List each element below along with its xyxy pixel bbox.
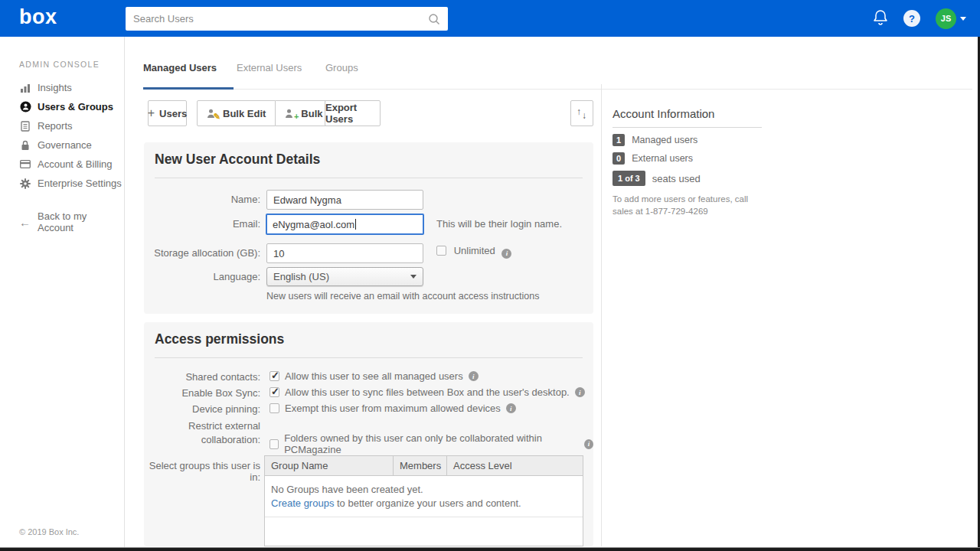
- plus-icon: +: [148, 106, 155, 120]
- bulk-edit-icon: ✎: [207, 109, 218, 119]
- credit-card-icon: [19, 160, 31, 168]
- column-members[interactable]: Members: [394, 456, 447, 475]
- sidebar-item-enterprise-settings[interactable]: Enterprise Settings: [0, 174, 124, 193]
- sidebar-item-governance[interactable]: Governance: [0, 135, 124, 155]
- info-icon[interactable]: i: [506, 403, 516, 413]
- email-field[interactable]: eNygma@aol.com: [266, 214, 424, 235]
- sidebar-item-label: Enterprise Settings: [38, 178, 122, 189]
- account-information-panel: Account Information 1 Managed users 0 Ex…: [612, 107, 762, 217]
- content-divider: [601, 84, 602, 546]
- back-link-label: Back to my Account: [38, 210, 124, 233]
- external-collab-checkbox[interactable]: [270, 439, 279, 449]
- name-field[interactable]: [266, 190, 423, 210]
- user-icon: [19, 101, 31, 112]
- divider: [155, 178, 583, 178]
- new-user-details-card: New User Account Details Name: Email: eN…: [144, 142, 593, 314]
- language-label: Language:: [145, 271, 260, 282]
- device-pinning-checkbox[interactable]: [270, 403, 279, 413]
- unlimited-option: Unlimited i: [436, 245, 511, 259]
- email-label: Email:: [145, 218, 260, 230]
- sidebar-item-label: Account & Billing: [38, 158, 113, 170]
- device-pinning-row: Exempt this user from maximum allowed de…: [270, 403, 516, 414]
- add-users-button[interactable]: + Users: [148, 100, 187, 126]
- box-sync-row: Allow this user to sync files between Bo…: [270, 386, 585, 398]
- access-permissions-card: Access permissions Shared contacts: Allo…: [144, 322, 593, 546]
- storage-label: Storage allocation (GB):: [145, 247, 260, 259]
- bulk-add-icon: +: [285, 109, 296, 119]
- box-logo: box: [19, 5, 57, 29]
- device-pinning-label: Device pinning:: [145, 403, 260, 415]
- email-hint: This will be their login name.: [436, 218, 562, 230]
- tab-groups[interactable]: Groups: [325, 62, 358, 73]
- email-instructions-note: New users will receive an email with acc…: [266, 291, 539, 302]
- chevron-down-icon: [410, 275, 416, 279]
- sidebar-item-label: Users & Groups: [38, 101, 113, 112]
- arrow-up-icon: ↑: [577, 106, 581, 117]
- sidebar-item-users-groups[interactable]: Users & Groups: [0, 97, 124, 116]
- back-to-account-link[interactable]: ← Back to my Account: [19, 210, 124, 233]
- sidebar-item-label: Governance: [38, 139, 92, 151]
- sidebar-section-label: ADMIN CONSOLE: [19, 60, 100, 69]
- pencil-icon: ✎: [214, 112, 220, 121]
- empty-message: No Groups have been created yet.: [271, 483, 577, 497]
- card-title: Access permissions: [155, 331, 284, 347]
- panel-title: Account Information: [612, 107, 762, 128]
- bulk-edit-button[interactable]: ✎ Bulk Edit: [197, 100, 276, 126]
- unlimited-label: Unlimited: [454, 245, 495, 256]
- search-box[interactable]: [126, 7, 448, 31]
- column-access-level[interactable]: Access Level: [447, 456, 583, 475]
- external-users-count-badge: 0: [612, 152, 625, 165]
- unlimited-checkbox[interactable]: [436, 246, 446, 256]
- storage-field[interactable]: [266, 243, 423, 263]
- search-icon[interactable]: [428, 13, 440, 25]
- tab-external-users[interactable]: External Users: [237, 62, 302, 73]
- external-collab-label: Restrict external collaboration:: [145, 419, 260, 447]
- external-users-stat: 0 External users: [612, 152, 762, 165]
- info-icon[interactable]: i: [469, 371, 479, 381]
- info-icon[interactable]: i: [575, 387, 585, 397]
- groups-table: Group Name Members Access Level No Group…: [264, 455, 583, 546]
- language-select[interactable]: English (US): [266, 267, 423, 286]
- box-sync-label: Enable Box Sync:: [145, 387, 260, 399]
- groups-table-header: Group Name Members Access Level: [265, 456, 583, 476]
- info-icon[interactable]: i: [584, 439, 593, 449]
- divider: [155, 357, 583, 358]
- column-group-name[interactable]: Group Name: [265, 456, 394, 475]
- lock-icon: [19, 140, 31, 151]
- sales-contact-note: To add more users or features, call sale…: [612, 194, 762, 217]
- export-users-button[interactable]: Export Users: [325, 100, 381, 126]
- back-arrow-icon: ←: [19, 216, 31, 229]
- copyright: © 2019 Box Inc.: [19, 527, 79, 536]
- external-collab-row: Folders owned by this user can only be c…: [270, 432, 593, 455]
- avatar[interactable]: JS: [936, 8, 956, 29]
- seats-used-stat: 1 of 3 seats used: [612, 171, 762, 186]
- create-groups-link[interactable]: Create groups: [271, 497, 334, 509]
- notifications-bell-icon[interactable]: [873, 9, 888, 28]
- shared-contacts-checkbox[interactable]: [270, 371, 279, 381]
- managed-users-count-badge: 1: [612, 134, 625, 146]
- top-bar: box ? JS: [0, 0, 980, 37]
- search-input[interactable]: [126, 13, 428, 24]
- bar-chart-icon: [19, 83, 31, 93]
- sidebar-item-reports[interactable]: Reports: [0, 116, 124, 135]
- document-icon: [19, 121, 31, 132]
- info-icon[interactable]: i: [501, 249, 511, 259]
- help-icon[interactable]: ?: [903, 10, 920, 27]
- sidebar-item-label: Insights: [38, 82, 72, 93]
- shared-contacts-row: Allow this user to see all managed users…: [270, 370, 479, 382]
- tab-managed-users[interactable]: Managed Users: [143, 62, 217, 73]
- card-title: New User Account Details: [155, 152, 320, 168]
- active-tab-indicator: [143, 87, 234, 90]
- account-menu[interactable]: JS: [936, 8, 966, 29]
- managed-users-stat: 1 Managed users: [612, 134, 762, 146]
- sort-button[interactable]: ↑ ↓: [570, 100, 593, 126]
- seats-used-badge: 1 of 3: [612, 171, 645, 186]
- sidebar-item-insights[interactable]: Insights: [0, 78, 124, 97]
- box-sync-checkbox[interactable]: [270, 387, 279, 397]
- box-admin-console: box ? JS ADMIN CONSOLE Insights: [0, 0, 980, 551]
- sidebar-item-label: Reports: [38, 120, 73, 132]
- name-label: Name:: [145, 194, 260, 205]
- gear-icon: [19, 178, 31, 189]
- sidebar-item-account-billing[interactable]: Account & Billing: [0, 155, 124, 174]
- chevron-down-icon: [960, 17, 966, 21]
